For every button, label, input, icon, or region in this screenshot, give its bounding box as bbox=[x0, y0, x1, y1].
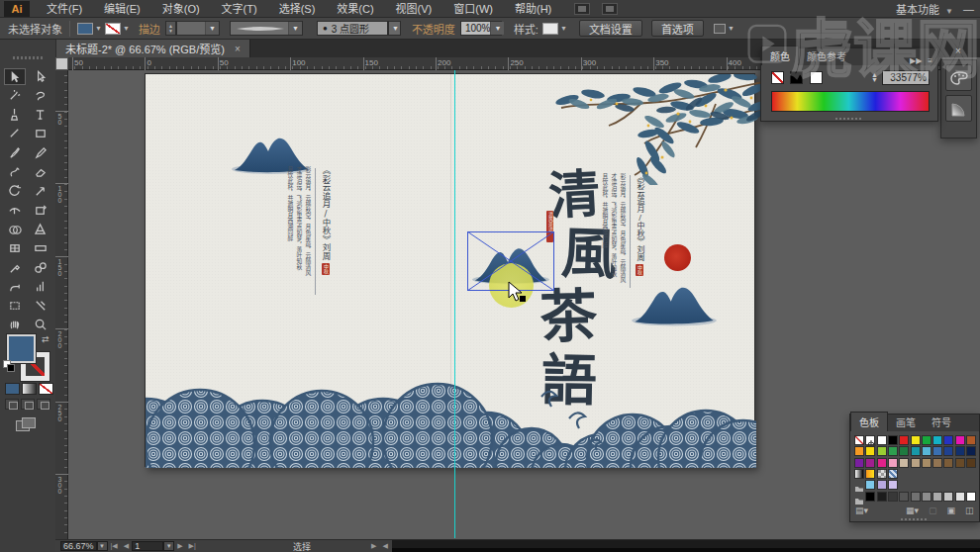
tool-paintbrush[interactable] bbox=[4, 144, 26, 161]
tool-pen[interactable] bbox=[4, 107, 26, 124]
color-spectrum[interactable] bbox=[771, 91, 930, 112]
swatch-2-10[interactable] bbox=[966, 458, 976, 468]
panel-resize-grip[interactable] bbox=[835, 118, 863, 120]
brush-combo[interactable]: ●3 点圆形 bbox=[317, 21, 388, 36]
stroke-color-swatch[interactable] bbox=[105, 23, 121, 35]
tool-artboard[interactable] bbox=[4, 298, 26, 315]
swatch-1-1[interactable] bbox=[865, 446, 875, 456]
menu-item-3[interactable]: 文字(T) bbox=[211, 0, 268, 18]
document-tab[interactable]: 未标题-2* @ 66.67% (RGB/预览) × bbox=[56, 40, 250, 57]
stroke-link[interactable]: 描边 bbox=[139, 21, 160, 37]
swatch-5-7[interactable] bbox=[932, 492, 942, 502]
swatch-1-3[interactable] bbox=[888, 446, 898, 456]
swatch-2-0[interactable] bbox=[854, 458, 864, 468]
menu-item-6[interactable]: 视图(V) bbox=[385, 0, 443, 18]
stroke-weight-stepper[interactable]: ▲▼ bbox=[165, 21, 176, 36]
fill-color-indicator[interactable] bbox=[7, 334, 36, 363]
draw-behind-button[interactable] bbox=[21, 399, 35, 410]
zoom-dropdown-icon[interactable]: ▼ bbox=[97, 541, 108, 551]
tool-blend[interactable] bbox=[30, 259, 51, 276]
color-mode-button[interactable] bbox=[5, 383, 20, 395]
swatch-5-2[interactable] bbox=[877, 492, 887, 502]
swatch-1-10[interactable] bbox=[966, 446, 976, 456]
swatch-3-1[interactable] bbox=[865, 469, 875, 479]
tool-rotate[interactable] bbox=[4, 183, 26, 200]
tool-hand[interactable] bbox=[4, 317, 26, 333]
guide-line[interactable] bbox=[454, 70, 455, 538]
panel-resize-grip[interactable] bbox=[901, 518, 929, 520]
document-setup-button[interactable]: 文档设置 bbox=[579, 20, 642, 37]
swatch-0-0[interactable] bbox=[854, 435, 864, 445]
tool-pencil[interactable] bbox=[30, 144, 51, 161]
swatch-0-9[interactable] bbox=[955, 435, 965, 445]
swatch-1-6[interactable] bbox=[922, 446, 931, 456]
artboard[interactable]: 《彩云追月/中秋》刘周中秋 彩云追月，云横秋空，月色星疏，云随清风才漂泊远，飞鸿… bbox=[145, 73, 755, 467]
color-value-field[interactable]: 33577% bbox=[882, 70, 930, 85]
value-spinner[interactable]: ▲▼ bbox=[871, 72, 878, 82]
swatch-2-7[interactable] bbox=[932, 458, 942, 468]
prev-artboard-icon[interactable]: ◀ bbox=[124, 542, 129, 550]
tab-color-guide[interactable]: 颜色参考 bbox=[799, 46, 854, 65]
wave-pattern-art[interactable] bbox=[146, 367, 756, 472]
menu-item-2[interactable]: 对象(O) bbox=[151, 0, 211, 18]
swatch-0-4[interactable] bbox=[899, 435, 909, 445]
tool-rectangle[interactable] bbox=[30, 126, 51, 142]
artboard-dropdown-icon[interactable]: ▼ bbox=[163, 541, 174, 551]
horizontal-scrollbar[interactable] bbox=[392, 540, 980, 548]
swatch-1-4[interactable] bbox=[899, 446, 909, 456]
swatch-2-1[interactable] bbox=[865, 458, 875, 468]
swatch-0-6[interactable] bbox=[922, 435, 931, 445]
swatch-3-0[interactable] bbox=[854, 469, 864, 479]
panel-menu-icon[interactable]: ≡ bbox=[928, 56, 932, 65]
swatch-2-3[interactable] bbox=[888, 458, 898, 468]
width-profile-combo[interactable]: ▼ bbox=[230, 21, 303, 36]
gradient-panel-icon[interactable] bbox=[945, 95, 972, 122]
first-artboard-icon[interactable]: |◀ bbox=[111, 542, 118, 550]
tool-perspective-grid[interactable] bbox=[30, 221, 51, 237]
swatch-2-5[interactable] bbox=[911, 458, 921, 468]
stroke-weight-combo[interactable]: ▼ bbox=[176, 21, 220, 36]
fill-color-swatch[interactable] bbox=[77, 23, 93, 35]
menu-item-8[interactable]: 帮助(H) bbox=[504, 0, 562, 18]
canvas-area[interactable]: 50050100150200250300350400 5010015020025… bbox=[55, 57, 980, 539]
tool-column-graph[interactable] bbox=[30, 278, 51, 295]
new-swatch-icon[interactable]: ◫ bbox=[965, 506, 974, 515]
swatch-4-2[interactable] bbox=[877, 480, 887, 490]
swatch-0-3[interactable] bbox=[888, 435, 898, 445]
scroll-left-icon[interactable]: ◀ bbox=[382, 542, 387, 550]
swatch-5-9[interactable] bbox=[955, 492, 965, 502]
panel-collapse-icon[interactable]: ▶▶ bbox=[910, 56, 922, 65]
ruler-vertical[interactable]: 50100150200250300 bbox=[55, 70, 68, 539]
swatch-3-2[interactable] bbox=[877, 469, 887, 479]
bridge-icon[interactable] bbox=[574, 3, 590, 15]
swatch-2-6[interactable] bbox=[922, 458, 931, 468]
brush-combo-arrow[interactable]: ▼ bbox=[388, 21, 401, 36]
swatch-4-1[interactable] bbox=[865, 480, 875, 490]
zoom-level-field[interactable]: 66.67% bbox=[60, 541, 97, 551]
tool-eraser[interactable] bbox=[30, 164, 51, 181]
swatch-1-8[interactable] bbox=[943, 446, 953, 456]
color-panel-icon[interactable] bbox=[945, 64, 972, 91]
swatch-4-0[interactable] bbox=[854, 480, 864, 490]
none-swatch[interactable] bbox=[771, 71, 784, 84]
swatch-5-10[interactable] bbox=[966, 492, 976, 502]
tool-blob-brush[interactable] bbox=[4, 164, 26, 181]
swatch-5-4[interactable] bbox=[899, 492, 909, 502]
poem-block-left[interactable]: 《彩云追月/中秋》刘周中秋 彩云追月，云横秋空，月色星疏，云随清风才漂泊远，飞鸿… bbox=[286, 166, 332, 305]
black-swatch[interactable] bbox=[790, 71, 803, 84]
draw-inside-button[interactable] bbox=[37, 399, 50, 410]
next-artboard-icon[interactable]: ▶ bbox=[177, 542, 182, 550]
tool-symbol-sprayer[interactable] bbox=[4, 278, 26, 295]
screen-mode-button[interactable] bbox=[16, 417, 38, 432]
tab-close-icon[interactable]: × bbox=[235, 44, 241, 54]
scroll-right-icon[interactable]: ▶ bbox=[371, 542, 376, 550]
red-sun-art[interactable] bbox=[664, 244, 691, 271]
swatch-0-10[interactable] bbox=[966, 435, 976, 445]
draw-normal-button[interactable] bbox=[5, 399, 19, 410]
swatch-2-2[interactable] bbox=[877, 458, 887, 468]
tab-brushes[interactable]: 画笔 bbox=[888, 413, 924, 431]
last-artboard-icon[interactable]: ▶| bbox=[189, 542, 196, 550]
swatch-5-6[interactable] bbox=[922, 492, 931, 502]
swatch-5-5[interactable] bbox=[911, 492, 921, 502]
tab-symbols[interactable]: 符号 bbox=[924, 413, 959, 431]
